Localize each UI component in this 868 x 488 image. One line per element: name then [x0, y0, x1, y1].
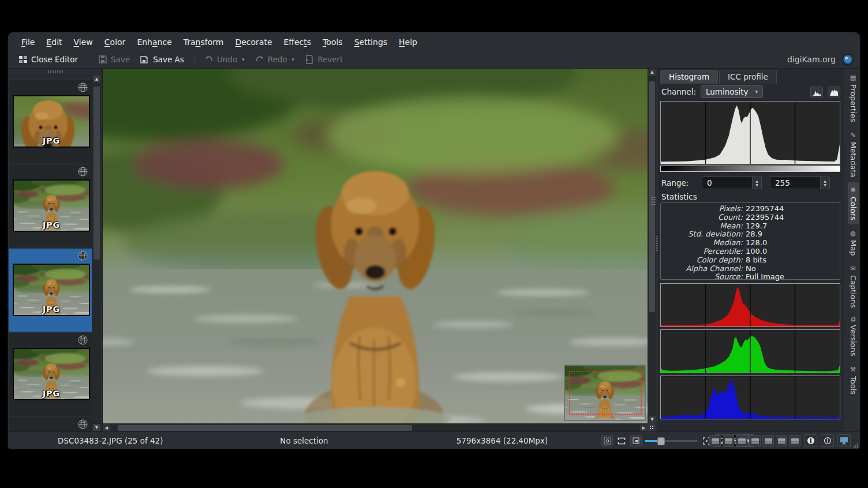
- linear-scale-button[interactable]: [810, 87, 823, 97]
- preview-mode-button-2[interactable]: [723, 435, 734, 446]
- editor-canvas[interactable]: [103, 69, 648, 423]
- sidetab-captions[interactable]: ✉Captions: [848, 261, 859, 312]
- channel-label: Channel:: [661, 87, 696, 96]
- canvas-horizontal-scrollbar[interactable]: ◀ ▶: [103, 423, 648, 432]
- undo-button[interactable]: Undo ▾: [200, 52, 249, 66]
- color-managed-view-button[interactable]: [837, 434, 851, 447]
- toolbar-separator: [194, 54, 194, 65]
- undo-dropdown-icon[interactable]: ▾: [242, 57, 245, 62]
- luminosity-histogram[interactable]: [660, 101, 840, 164]
- thumbnail-photo[interactable]: JPG: [13, 179, 90, 232]
- statistics-row: Median:128.0: [661, 239, 840, 247]
- overexposure-indicator-button[interactable]: [821, 434, 834, 447]
- preview-mode-button-5[interactable]: [762, 435, 774, 446]
- sidetab-metadata[interactable]: ✎Metadata: [848, 127, 859, 182]
- save-label: Save: [111, 55, 130, 64]
- save-button[interactable]: Save: [93, 52, 134, 66]
- thumbnail-photo[interactable]: JPG: [13, 348, 90, 400]
- thumbnail-item-4[interactable]: JPG: [9, 333, 92, 416]
- save-as-button[interactable]: Save As: [136, 52, 189, 66]
- redo-button[interactable]: Redo ▾: [250, 52, 299, 66]
- scroll-down-icon[interactable]: ▼: [92, 423, 101, 431]
- sidetab-map[interactable]: ◍Map: [848, 226, 859, 260]
- statistics-row: Source:Full Image: [661, 273, 840, 281]
- sidetab-colors[interactable]: ✻Colors: [848, 182, 859, 224]
- sidetab-versions[interactable]: ⧉Versions: [848, 313, 859, 360]
- zoom-slider[interactable]: [645, 435, 698, 446]
- redo-dropdown-icon[interactable]: ▾: [292, 57, 295, 62]
- status-bar: DSC03483-2.JPG (25 of 42) No selection 5…: [8, 431, 860, 449]
- statistics-row: Alpha Channel:No: [661, 265, 840, 273]
- metadata-icon: ✎: [850, 132, 857, 139]
- sidetab-tools[interactable]: ⚒Tools: [848, 362, 859, 399]
- window-resize-grip[interactable]: [853, 442, 859, 448]
- spinner-arrows-icon[interactable]: ▲▼: [752, 177, 761, 189]
- scroll-left-icon[interactable]: ◀: [103, 425, 110, 431]
- sidetab-properties[interactable]: ▤Properties: [848, 70, 859, 126]
- thumbnail-item-2[interactable]: JPG: [9, 164, 92, 247]
- scroll-down-icon[interactable]: ▼: [649, 416, 656, 423]
- statistics-row: Percentile:100.0: [661, 247, 840, 256]
- thumbnail-scrollbar[interactable]: ▲ ▼: [92, 75, 101, 431]
- thumbnail-item-5[interactable]: [9, 417, 92, 431]
- range-max-spinbox[interactable]: 255 ▲▼: [770, 177, 830, 189]
- menu-edit[interactable]: Edit: [41, 35, 67, 49]
- range-min-spinbox[interactable]: 0 ▲▼: [702, 177, 762, 189]
- preview-mode-button-7[interactable]: [789, 435, 800, 446]
- range-min-value[interactable]: 0: [702, 178, 752, 187]
- pan-tool-corner-button[interactable]: [648, 423, 656, 431]
- thumbnail-scrollbar-thumb[interactable]: [93, 87, 100, 260]
- format-badge: JPG: [14, 136, 89, 145]
- preview-mode-button-6[interactable]: [776, 435, 787, 446]
- sidebar-splitter-handle[interactable]: [48, 70, 63, 73]
- revert-button[interactable]: Revert: [300, 52, 347, 66]
- fit-selection-button[interactable]: [630, 435, 642, 446]
- fit-window-button[interactable]: [616, 435, 627, 446]
- logarithmic-scale-button[interactable]: [828, 87, 840, 97]
- preview-mode-button-4[interactable]: [749, 435, 761, 446]
- underexposure-indicator-button[interactable]: [804, 434, 817, 447]
- statusbar-buttons: [709, 434, 851, 448]
- navigator-view-rectangle[interactable]: [569, 371, 642, 415]
- close-editor-button[interactable]: Close Editor: [14, 52, 83, 66]
- thumbnail-item-3[interactable]: JPG: [9, 249, 92, 332]
- sidetab-label: Properties: [849, 84, 858, 122]
- pan-navigator-overlay[interactable]: [564, 365, 646, 421]
- menu-tools[interactable]: Tools: [317, 35, 348, 49]
- menu-color[interactable]: Color: [99, 35, 131, 49]
- menu-help[interactable]: Help: [394, 35, 422, 49]
- menu-decorate[interactable]: Decorate: [230, 35, 277, 49]
- menu-transform[interactable]: Transform: [178, 35, 229, 49]
- thumbnail-item-1[interactable]: JPG: [9, 80, 92, 163]
- editor-main-area: JPGJPGJPGJPG ▲ ▼ ◀ ▶ ▲ ▼: [8, 69, 860, 431]
- scroll-up-icon[interactable]: ▲: [649, 69, 656, 76]
- menu-enhance[interactable]: Enhance: [132, 35, 177, 49]
- scroll-up-icon[interactable]: ▲: [92, 75, 101, 83]
- menu-file[interactable]: File: [16, 35, 40, 49]
- preview-mode-button-3[interactable]: [736, 435, 747, 446]
- preview-mode-button-1[interactable]: [709, 435, 721, 446]
- stat-value: 22395744: [746, 205, 784, 213]
- blue-channel-histogram: [660, 376, 840, 419]
- thumbnail-photo[interactable]: JPG: [13, 95, 90, 148]
- horizontal-scrollbar-thumb[interactable]: [118, 425, 412, 431]
- redo-icon: [255, 55, 264, 64]
- stat-label: Std. deviation:: [661, 230, 746, 239]
- thumbnail-photo[interactable]: JPG: [13, 264, 90, 316]
- menu-effects[interactable]: Effects: [279, 35, 317, 49]
- tab-histogram[interactable]: Histogram: [660, 70, 718, 84]
- zoom-slider-handle[interactable]: [657, 437, 665, 445]
- scroll-right-icon[interactable]: ▶: [640, 425, 648, 431]
- zoom-selection-button[interactable]: [601, 435, 613, 446]
- menu-view[interactable]: View: [69, 35, 98, 49]
- channel-select[interactable]: Luminosity ▾: [701, 85, 763, 98]
- spinner-arrows-icon[interactable]: ▲▼: [820, 177, 829, 189]
- menu-settings[interactable]: Settings: [349, 35, 392, 49]
- range-max-value[interactable]: 255: [770, 178, 820, 187]
- statistics-row: Pixels:22395744: [661, 205, 840, 213]
- tab-icc-profile[interactable]: ICC profile: [719, 70, 777, 84]
- canvas-vertical-scrollbar[interactable]: ▲ ▼: [648, 69, 656, 423]
- vertical-scrollbar-thumb[interactable]: [649, 81, 655, 312]
- stat-label: Median:: [661, 239, 746, 247]
- colors-icon: ✻: [850, 186, 857, 194]
